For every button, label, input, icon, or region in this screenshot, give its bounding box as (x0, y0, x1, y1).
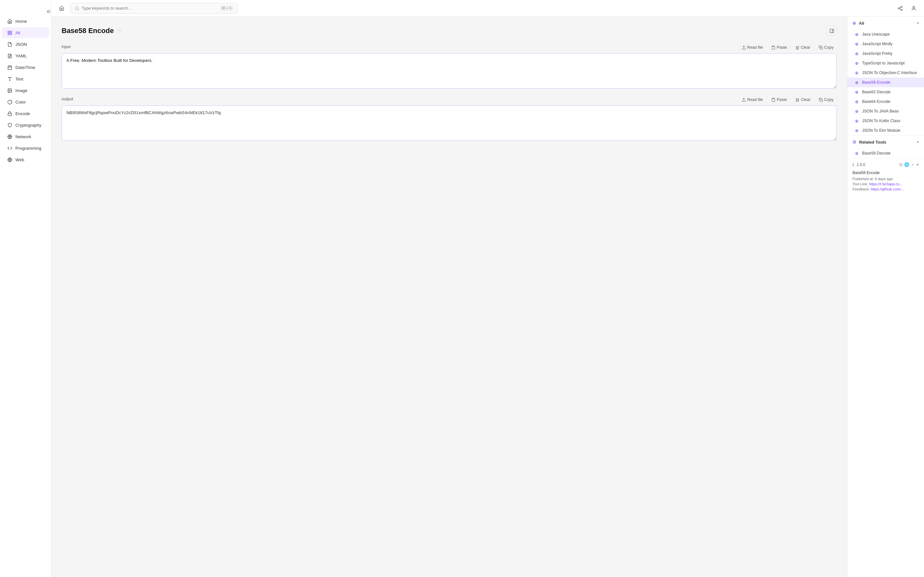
panel-item-base58-decode[interactable]: ⊕ Base58 Decode (847, 148, 924, 158)
panel-item-base62-decode[interactable]: ⊕ Base62 Decode (847, 87, 924, 97)
favorite-button[interactable]: ☆ (117, 27, 122, 34)
svg-rect-1 (10, 31, 11, 32)
svg-rect-33 (772, 98, 774, 99)
content-area: Base58 Encode ☆ input Read file (51, 17, 924, 577)
panel-item-json-elm[interactable]: ⊕ JSON To Elm Module (847, 126, 924, 135)
sidebar-item-color[interactable]: Color (2, 97, 49, 107)
sidebar-collapse-button[interactable] (45, 8, 53, 15)
copy-icon-2 (819, 98, 823, 102)
panel-item-java-unescape[interactable]: ⊕ Java Unescape (847, 29, 924, 39)
sidebar-item-home-label: Home (15, 19, 27, 24)
sidebar-item-text[interactable]: Text (2, 73, 49, 84)
output-textarea[interactable] (61, 105, 837, 141)
sidebar-item-home[interactable]: Home (2, 16, 49, 27)
clear-icon (795, 45, 800, 50)
network-icon (7, 134, 12, 139)
sidebar-item-network-label: Network (15, 134, 31, 139)
input-clear-button[interactable]: Clear (792, 44, 814, 51)
page-title: Base58 Encode (61, 27, 114, 35)
sidebar-item-all[interactable]: All (2, 27, 49, 38)
version-tool-name: Base58 Encode (853, 171, 919, 175)
related-section-chevron: ▾ (917, 140, 919, 144)
clipboard-icon-2 (771, 98, 775, 102)
tool-icon: ⊕ (855, 90, 859, 94)
right-panel: ⊕ All ▾ ⊕ Java Unescape ⊕ JavaScript Min… (847, 17, 924, 577)
panel-item-js-pretty[interactable]: ⊕ JavaScript Pretty (847, 49, 924, 58)
search-bar[interactable]: ⌘ + K (71, 3, 237, 14)
svg-rect-6 (8, 66, 11, 69)
version-tool-link-row: Tool Link: https://t.he3app.co... (853, 182, 919, 186)
json-icon (7, 42, 12, 47)
tool-icon: ⊕ (855, 80, 859, 85)
svg-line-24 (900, 9, 901, 10)
svg-point-21 (901, 6, 902, 7)
sidebar-item-yaml[interactable]: YAML (2, 50, 49, 61)
page-header: Base58 Encode ☆ (61, 26, 837, 36)
sidebar-item-encode[interactable]: Encode (2, 108, 49, 119)
tool-link[interactable]: https://t.he3app.co... (869, 182, 903, 186)
tool-icon: ⊕ (855, 128, 859, 133)
sidebar-item-programming-label: Programming (15, 146, 41, 151)
svg-rect-0 (8, 31, 9, 32)
sidebar-item-programming[interactable]: Programming (2, 143, 49, 153)
copy-icon (819, 45, 823, 50)
share-button[interactable] (895, 3, 905, 13)
input-copy-button[interactable]: Copy (816, 44, 837, 51)
output-toolbar: output Read file Paste Clear (61, 96, 837, 103)
all-section-title: All (859, 21, 914, 26)
output-paste-button[interactable]: Paste (768, 96, 790, 103)
sidebar-item-json[interactable]: JSON (2, 39, 49, 50)
related-section-title: Related Tools (859, 140, 914, 145)
image-icon (7, 88, 12, 93)
tool-icon: ⊕ (855, 99, 859, 104)
input-actions: Read file Paste Clear Copy (738, 44, 837, 51)
globe-version-icon[interactable]: 🌐 (904, 162, 909, 167)
svg-point-13 (9, 89, 9, 90)
panel-item-ts-to-js[interactable]: ⊕ TypeScript to Javascript (847, 58, 924, 68)
svg-rect-30 (772, 46, 774, 47)
feedback-link[interactable]: https://github.com/... (871, 187, 904, 191)
tool-icon: ⊕ (855, 51, 859, 56)
clipboard-icon (771, 45, 775, 50)
tool-icon: ⊕ (855, 119, 859, 123)
related-section-header[interactable]: ⚙ Related Tools ▾ (847, 135, 924, 148)
panel-item-base58-encode[interactable]: ⊕ Base58 Encode (847, 77, 924, 87)
output-copy-button[interactable]: Copy (816, 96, 837, 103)
panel-item-js-minify[interactable]: ⊕ JavaScript Minify (847, 39, 924, 49)
input-paste-button[interactable]: Paste (768, 44, 790, 51)
output-clear-button[interactable]: Clear (792, 96, 814, 103)
svg-point-19 (75, 6, 78, 9)
copy-version-icon[interactable]: ⧉ (899, 162, 902, 167)
sidebar-item-cryptography[interactable]: Cryptography (2, 119, 49, 131)
sidebar-item-web-label: Web (15, 157, 24, 162)
crypto-icon (7, 122, 12, 127)
input-textarea[interactable]: <span class="input-highlight">A Free, Mo… (61, 53, 837, 89)
home-button[interactable] (57, 3, 67, 13)
yaml-icon (7, 53, 12, 58)
sidebar-item-datetime[interactable]: Date/Time (2, 62, 49, 73)
panel-toggle-button[interactable] (827, 26, 837, 36)
sidebar-item-network[interactable]: Network (2, 131, 49, 142)
version-feedback-row: Feedback: https://github.com/... (853, 187, 919, 191)
sidebar-item-image[interactable]: Image (2, 85, 49, 96)
panel-item-json-objc[interactable]: ⊕ JSON To Objective-C Interface (847, 68, 924, 77)
input-read-file-button[interactable]: Read file (738, 44, 766, 51)
sidebar-item-web[interactable]: Web (2, 154, 49, 165)
panel-item-base64-encode[interactable]: ⊕ Base64 Encode (847, 97, 924, 106)
related-section-items: ⊕ Base58 Decode (847, 148, 924, 158)
tool-icon: ⊕ (855, 151, 859, 155)
sidebar-item-cryptography-label: Cryptography (15, 123, 41, 127)
user-button[interactable] (909, 3, 919, 13)
version-chevron[interactable]: ▾ (917, 162, 919, 167)
panel-item-json-java[interactable]: ⊕ JSON To JAVA Bean (847, 106, 924, 116)
svg-point-23 (901, 9, 902, 10)
panel-item-json-kotlin[interactable]: ⊕ JSON To Kotlin Class (847, 116, 924, 126)
version-published: Published at: 6 days ago (853, 177, 919, 181)
output-read-file-button[interactable]: Read file (738, 96, 766, 103)
all-section-header[interactable]: ⊕ All ▾ (847, 17, 924, 29)
output-section: output Read file Paste Clear (61, 96, 837, 142)
tool-icon: ⊕ (855, 71, 859, 75)
all-panel-section: ⊕ All ▾ ⊕ Java Unescape ⊕ JavaScript Min… (847, 17, 924, 135)
svg-rect-31 (821, 47, 822, 49)
search-input[interactable] (82, 6, 218, 11)
